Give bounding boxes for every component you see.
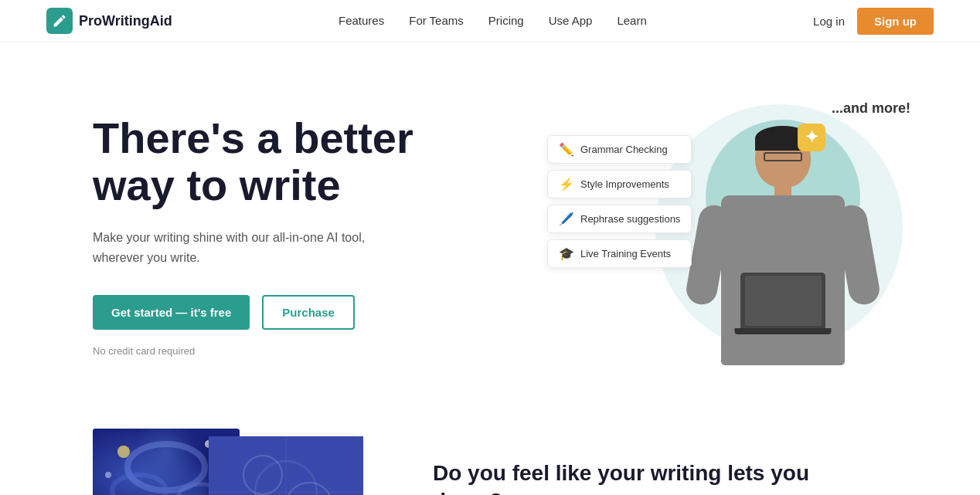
svg-point-1 bbox=[128, 444, 205, 490]
nav-links: Features For Teams Pricing Use App Learn bbox=[339, 14, 647, 28]
plus-icon: ✦ bbox=[805, 127, 818, 147]
person-glasses bbox=[764, 152, 802, 161]
hero-person-illustration bbox=[679, 112, 887, 382]
pill-training-icon: 🎓 bbox=[559, 246, 574, 261]
logo-link[interactable]: ProWritingAid bbox=[46, 8, 172, 34]
nav-actions: Log in Sign up bbox=[813, 8, 934, 35]
pill-style-icon: ⚡ bbox=[559, 177, 574, 192]
pill-grammar: ✏️ Grammar Checking bbox=[547, 135, 692, 164]
nav-for-teams[interactable]: For Teams bbox=[409, 14, 464, 27]
nav-learn[interactable]: Learn bbox=[617, 14, 646, 27]
second-section-content: Do you feel like your writing lets you d… bbox=[433, 429, 819, 495]
laptop-screen bbox=[740, 273, 825, 328]
hero-section: There's a better way to write Make your … bbox=[0, 42, 980, 413]
svg-point-2 bbox=[112, 475, 166, 495]
nav-use-app[interactable]: Use App bbox=[549, 14, 593, 27]
feature-pills: ✏️ Grammar Checking ⚡ Style Improvements… bbox=[547, 135, 692, 268]
navbar: ProWritingAid Features For Teams Pricing… bbox=[0, 0, 980, 42]
pill-training: 🎓 Live Training Events bbox=[547, 239, 692, 268]
hero-title-line1: There's a better bbox=[93, 114, 413, 162]
purchase-button[interactable]: Purchase bbox=[262, 295, 355, 330]
laptop-base bbox=[735, 328, 832, 334]
pill-rephrase-icon: 🖊️ bbox=[559, 212, 574, 226]
logo-icon bbox=[46, 8, 73, 34]
svg-point-4 bbox=[117, 446, 130, 458]
second-section-title: Do you feel like your writing lets you d… bbox=[433, 459, 819, 495]
hero-title-line2: way to write bbox=[93, 161, 341, 209]
pill-grammar-icon: ✏️ bbox=[559, 142, 574, 157]
second-img-container: My idea in my head bbox=[93, 429, 386, 495]
pill-rephrase-label: Rephrase suggestions bbox=[580, 213, 680, 225]
nav-features[interactable]: Features bbox=[339, 14, 384, 27]
second-section-wrapper: My idea in my head Do you feel like your… bbox=[0, 413, 980, 495]
brand-name: ProWritingAid bbox=[79, 13, 172, 29]
and-more-label: ...and more! bbox=[832, 100, 910, 117]
login-link[interactable]: Log in bbox=[813, 15, 845, 28]
plus-badge: ✦ bbox=[798, 124, 825, 151]
notebook-svg bbox=[209, 436, 363, 495]
pill-style-label: Style Improvements bbox=[580, 178, 669, 190]
hero-subtitle: Make your writing shine with our all-in-… bbox=[93, 228, 402, 267]
hero-buttons: Get started — it's free Purchase bbox=[93, 295, 413, 330]
pill-rephrase: 🖊️ Rephrase suggestions bbox=[547, 205, 692, 233]
hero-left: There's a better way to write Make your … bbox=[93, 114, 413, 357]
pill-style: ⚡ Style Improvements bbox=[547, 170, 692, 198]
get-started-button[interactable]: Get started — it's free bbox=[93, 295, 250, 330]
notebook-image bbox=[209, 436, 363, 495]
nav-pricing[interactable]: Pricing bbox=[488, 14, 524, 27]
logo-svg bbox=[52, 13, 67, 29]
hero-right: ...and more! ✦ ✏️ Grammar Checking ⚡ Sty… bbox=[547, 89, 918, 382]
laptop-display bbox=[745, 276, 822, 326]
hero-title: There's a better way to write bbox=[93, 114, 413, 209]
second-section: My idea in my head Do you feel like your… bbox=[0, 429, 980, 495]
pill-grammar-label: Grammar Checking bbox=[580, 144, 668, 155]
hero-note: No credit card required bbox=[93, 345, 413, 357]
signup-button[interactable]: Sign up bbox=[857, 8, 934, 35]
svg-point-7 bbox=[105, 472, 111, 478]
pill-training-label: Live Training Events bbox=[580, 248, 671, 259]
